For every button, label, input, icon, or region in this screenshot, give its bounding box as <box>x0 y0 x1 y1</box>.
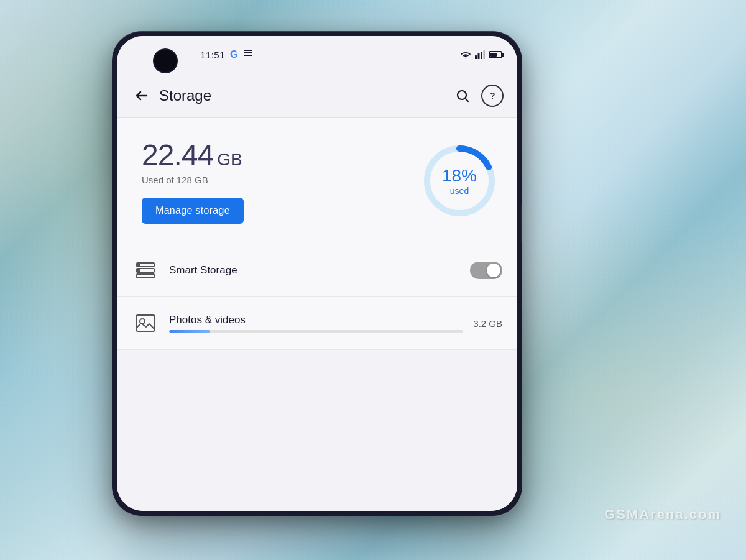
battery-icon <box>489 51 502 58</box>
storage-used-value: 22.44 <box>142 138 213 172</box>
search-button[interactable] <box>450 83 475 108</box>
storage-donut-chart: 18% used <box>419 140 500 221</box>
manage-storage-button[interactable]: Manage storage <box>142 198 244 224</box>
status-right <box>460 50 502 59</box>
back-button[interactable] <box>129 83 154 108</box>
svg-rect-2 <box>244 55 252 56</box>
donut-center: 18% used <box>419 140 500 221</box>
smart-storage-title: Smart Storage <box>169 264 460 277</box>
photos-videos-size: 3.2 GB <box>473 318 502 329</box>
storage-info: 22.44 GB Used of 128 GB Manage storage <box>142 138 419 224</box>
side-button <box>521 205 522 242</box>
phone-body: 11:51 G <box>112 31 522 516</box>
google-icon: G <box>230 49 237 60</box>
svg-rect-16 <box>136 315 155 331</box>
smart-storage-toggle[interactable] <box>470 262 502 279</box>
svg-rect-1 <box>244 52 252 53</box>
svg-rect-4 <box>478 53 480 59</box>
storage-usage: 22.44 GB <box>142 138 419 172</box>
app-bar-icons: ? <box>450 83 505 108</box>
smart-storage-content: Smart Storage <box>169 264 460 277</box>
smart-storage-item[interactable]: Smart Storage <box>117 244 517 297</box>
phone-wrapper: 11:51 G <box>112 31 547 541</box>
content-area: 22.44 GB Used of 128 GB Manage storage <box>117 118 517 511</box>
svg-rect-6 <box>484 50 486 59</box>
status-bar: 11:51 G <box>117 36 517 73</box>
signal-icon <box>475 50 485 59</box>
photos-videos-item[interactable]: Photos & videos 3.2 GB <box>117 297 517 350</box>
status-icons: G <box>230 49 252 60</box>
toggle-thumb <box>487 264 500 277</box>
photos-videos-content: Photos & videos <box>169 314 463 333</box>
storage-card: 22.44 GB Used of 128 GB Manage storage <box>117 118 517 244</box>
svg-rect-13 <box>137 274 154 278</box>
smart-storage-icon <box>132 257 159 284</box>
photos-videos-bar-fill <box>169 330 210 333</box>
status-time: 11:51 <box>200 50 225 60</box>
page-title: Storage <box>159 87 450 104</box>
phone-screen: 11:51 G <box>117 36 517 511</box>
wifi-icon <box>460 50 471 59</box>
camera-hole <box>154 50 177 72</box>
svg-rect-15 <box>137 269 140 272</box>
svg-rect-5 <box>481 52 482 59</box>
photos-videos-icon <box>132 310 159 337</box>
svg-text:?: ? <box>490 91 495 101</box>
help-button[interactable]: ? <box>480 83 505 108</box>
svg-rect-3 <box>475 55 477 59</box>
donut-percent: 18% <box>442 166 477 186</box>
storage-total: Used of 128 GB <box>142 175 419 185</box>
svg-rect-14 <box>137 263 140 267</box>
photos-videos-title: Photos & videos <box>169 314 463 326</box>
svg-rect-0 <box>244 50 252 51</box>
watermark: GSMArena.com <box>604 507 721 523</box>
sim-icon <box>243 50 253 60</box>
app-bar: Storage ? <box>117 73 517 118</box>
donut-used-label: used <box>450 186 469 196</box>
photos-videos-bar <box>169 330 463 333</box>
storage-used-unit: GB <box>217 150 242 170</box>
